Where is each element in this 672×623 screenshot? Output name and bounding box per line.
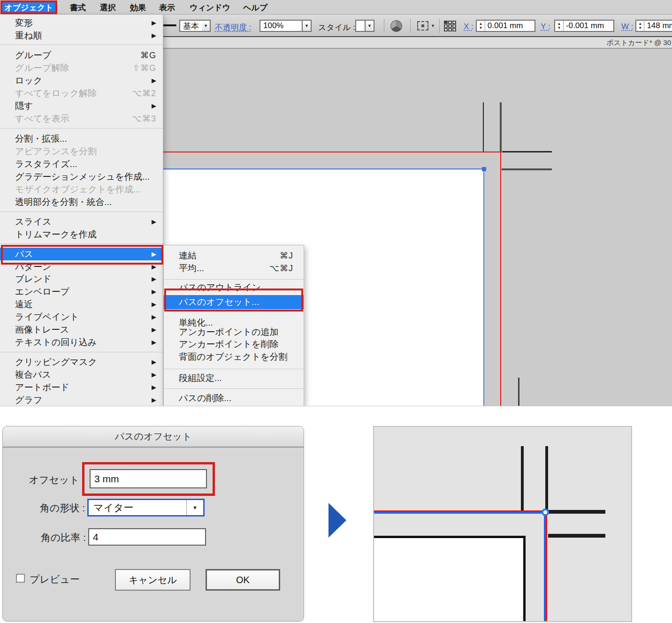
submenu-item-split-into-grid[interactable]: 段組設定... — [164, 372, 304, 384]
menu-item-show-all: すべてを表示⌥⌘3 — [0, 112, 163, 125]
menu-item-slice[interactable]: スライス▶ — [0, 215, 163, 228]
width-input[interactable] — [644, 21, 672, 31]
offset-input[interactable] — [90, 469, 207, 488]
menu-item-gradient-mesh[interactable]: グラデーションメッシュを作成... — [0, 170, 163, 183]
menu-item-hide[interactable]: 隠す▶ — [0, 99, 163, 112]
select-similar-dropdown-icon[interactable]: ▼ — [431, 23, 435, 28]
width-field[interactable]: ▲▼ — [635, 20, 672, 32]
menu-separator — [164, 279, 304, 280]
reference-point-locator-icon[interactable] — [444, 21, 456, 31]
menu-item-expand[interactable]: 分割・拡張... — [0, 132, 163, 145]
menu-type[interactable]: 書式 — [70, 2, 86, 13]
menu-item-group[interactable]: グループ⌘G — [0, 49, 163, 61]
y-position-input[interactable] — [564, 21, 613, 31]
menu-item-text-wrap[interactable]: テキストの回り込み▶ — [0, 336, 163, 349]
menu-bar: オブジェクト 書式 選択 効果 表示 ウィンドウ ヘルプ — [0, 0, 672, 15]
submenu-arrow-icon: ▶ — [152, 275, 156, 282]
submenu-item-clean-up[interactable]: パスの削除... — [164, 392, 304, 404]
trim-mark-horizontal-inner — [502, 151, 552, 152]
selection-anchor-point[interactable] — [482, 167, 486, 171]
menu-item-artboards[interactable]: アートボード▶ — [0, 381, 163, 394]
joins-label: 角の形状 : — [12, 501, 85, 514]
menu-item-perspective[interactable]: 遠近▶ — [0, 298, 163, 311]
submenu-arrow-icon: ▶ — [152, 371, 156, 378]
menu-item-live-paint[interactable]: ライブペイント▶ — [0, 311, 163, 323]
result-preview-image — [373, 426, 632, 622]
submenu-arrow-icon: ▶ — [152, 251, 156, 258]
submenu-item-outline-stroke[interactable]: パスのアウトライン — [164, 281, 304, 294]
menu-view[interactable]: 表示 — [159, 2, 175, 13]
style-dropdown-icon[interactable]: ▼ — [366, 20, 374, 32]
menu-item-rasterize[interactable]: ラスタライズ... — [0, 158, 163, 170]
submenu-item-remove-anchor-points[interactable]: アンカーポイントを削除 — [164, 338, 304, 350]
selection-edge-right — [483, 168, 484, 406]
document-tab[interactable]: ポストカード* @ 30 — [606, 38, 671, 47]
width-stepper[interactable]: ▲▼ — [636, 21, 644, 31]
menu-item-compound-path[interactable]: 複合パス▶ — [0, 368, 163, 381]
submenu-arrow-icon: ▶ — [152, 313, 156, 320]
x-stepper[interactable]: ▲▼ — [477, 21, 485, 31]
select-similar-icon[interactable] — [417, 21, 428, 30]
trim-mark-vertical-inner — [483, 102, 484, 152]
submenu-item-average[interactable]: 平均...⌥⌘J — [164, 262, 304, 274]
width-link[interactable]: W : — [621, 22, 634, 31]
opacity-link[interactable]: 不透明度 : — [215, 22, 251, 33]
submenu-arrow-icon: ▶ — [152, 301, 156, 308]
menu-separator — [0, 128, 163, 129]
y-position-field[interactable]: ▲▼ — [554, 20, 614, 32]
ok-button[interactable]: OK — [206, 569, 280, 591]
offset-path-red-horizontal — [163, 152, 502, 152]
offset-path-dialog: パスのオフセット オフセット 角の形状 : マイター ▼ 角の比率 : プレビュ… — [2, 426, 304, 622]
submenu-item-divide-objects-below[interactable]: 背面のオブジェクトを分割 — [164, 350, 304, 363]
x-position-field[interactable]: ▲▼ — [476, 20, 535, 32]
menu-item-pattern[interactable]: パターン▶ — [0, 260, 163, 273]
menu-item-graph[interactable]: グラフ▶ — [0, 394, 163, 406]
menu-item-ungroup: グループ解除⇧⌘G — [0, 61, 163, 74]
menu-item-lock[interactable]: ロック▶ — [0, 74, 163, 87]
toolbar-divider — [384, 19, 384, 33]
menu-select[interactable]: 選択 — [100, 2, 116, 13]
menu-object[interactable]: オブジェクト — [2, 2, 55, 13]
submenu-arrow-icon: ▶ — [152, 263, 156, 270]
menu-item-path[interactable]: パス▶ — [0, 248, 163, 260]
preview-checkbox[interactable] — [16, 574, 25, 583]
menu-item-image-trace[interactable]: 画像トレース▶ — [0, 323, 163, 336]
y-stepper[interactable]: ▲▼ — [555, 21, 564, 31]
menu-item-arrange[interactable]: 重ね順▶ — [0, 29, 163, 42]
submenu-arrow-icon: ▶ — [152, 19, 156, 26]
menu-window[interactable]: ウィンドウ — [190, 2, 230, 13]
miter-limit-input[interactable] — [88, 528, 206, 546]
submenu-item-offset-path[interactable]: パスのオフセット... — [164, 295, 304, 309]
menu-item-clipping-mask[interactable]: クリッピングマスク▶ — [0, 356, 163, 368]
menu-item-transform[interactable]: 変形▶ — [0, 16, 163, 29]
stroke-style-select[interactable]: 基本 — [179, 20, 203, 32]
joins-dropdown-icon[interactable]: ▼ — [186, 500, 203, 515]
submenu-item-add-anchor-points[interactable]: アンカーポイントの追加 — [164, 326, 304, 338]
joins-select[interactable]: マイター ▼ — [87, 499, 205, 517]
submenu-arrow-icon: ▶ — [152, 77, 156, 84]
menu-item-blend[interactable]: ブレンド▶ — [0, 273, 163, 285]
menu-help[interactable]: ヘルプ — [243, 2, 267, 13]
recolor-artwork-icon[interactable] — [390, 20, 402, 32]
menu-item-trim-marks[interactable]: トリムマークを作成 — [0, 228, 163, 241]
opacity-input[interactable] — [260, 21, 302, 30]
style-swatch[interactable] — [355, 20, 366, 32]
x-position-link[interactable]: X : — [464, 22, 473, 31]
y-position-link[interactable]: Y : — [541, 22, 550, 31]
menu-item-flatten-transparency[interactable]: 透明部分を分割・統合... — [0, 196, 163, 208]
cancel-button[interactable]: キャンセル — [115, 569, 191, 591]
opacity-dropdown-icon[interactable]: ▼ — [303, 20, 312, 32]
trim-mark-vertical-inner — [521, 446, 524, 513]
menu-effect[interactable]: 効果 — [130, 2, 146, 13]
menu-item-envelope[interactable]: エンベロープ▶ — [0, 285, 163, 298]
menu-separator — [0, 243, 163, 244]
path-submenu: 連結⌘J 平均...⌥⌘J パスのアウトライン パスのオフセット... 単純化.… — [163, 245, 304, 406]
x-position-input[interactable] — [485, 21, 535, 31]
menu-item-mosaic: モザイクオブジェクトを作成... — [0, 183, 163, 196]
submenu-arrow-icon: ▶ — [152, 218, 156, 225]
joins-value: マイター — [89, 501, 186, 514]
object-menu-dropdown: 変形▶ 重ね順▶ グループ⌘G グループ解除⇧⌘G ロック▶ すべてをロック解除… — [0, 15, 163, 406]
stroke-style-dropdown-icon[interactable]: ▼ — [202, 20, 211, 32]
opacity-field[interactable] — [260, 20, 303, 32]
submenu-item-join[interactable]: 連結⌘J — [164, 249, 304, 262]
